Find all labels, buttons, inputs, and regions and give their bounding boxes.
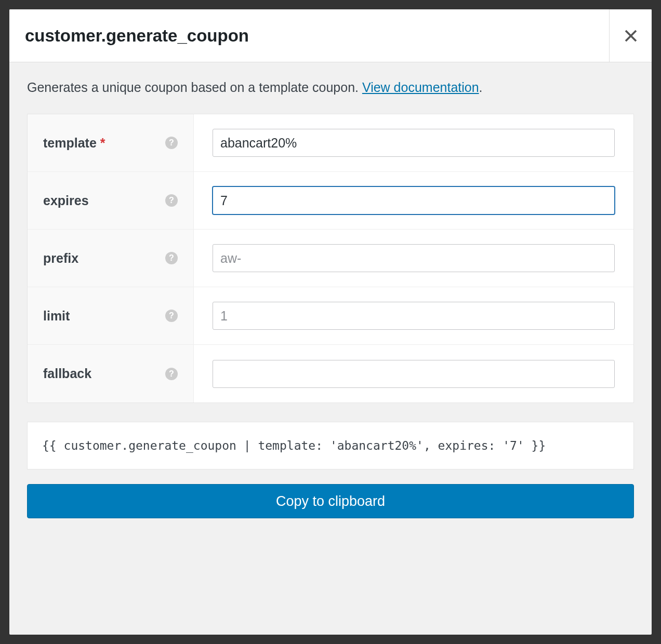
label-fallback: fallback bbox=[43, 366, 91, 381]
row-template: template * ? bbox=[28, 114, 633, 172]
required-indicator: * bbox=[100, 136, 105, 150]
description-period: . bbox=[479, 80, 483, 95]
help-icon[interactable]: ? bbox=[165, 252, 178, 264]
limit-input[interactable] bbox=[213, 302, 615, 330]
row-limit: limit ? bbox=[28, 287, 633, 345]
modal-header: customer.generate_coupon bbox=[9, 9, 652, 62]
input-cell-expires bbox=[194, 172, 633, 229]
label-limit: limit bbox=[43, 308, 70, 324]
description-text: Generates a unique coupon based on a tem… bbox=[27, 80, 634, 95]
input-cell-limit bbox=[194, 287, 633, 344]
help-icon[interactable]: ? bbox=[165, 137, 178, 149]
help-icon[interactable]: ? bbox=[165, 194, 178, 207]
close-button[interactable] bbox=[609, 9, 652, 62]
prefix-input[interactable] bbox=[213, 244, 615, 272]
input-cell-fallback bbox=[194, 345, 633, 403]
documentation-link[interactable]: View documentation bbox=[362, 80, 479, 95]
label-cell-limit: limit ? bbox=[28, 287, 194, 344]
modal-body: Generates a unique coupon based on a tem… bbox=[9, 62, 652, 635]
help-icon[interactable]: ? bbox=[165, 310, 178, 322]
label-cell-template: template * ? bbox=[28, 114, 194, 171]
modal-dialog: customer.generate_coupon Generates a uni… bbox=[9, 9, 652, 635]
close-icon bbox=[623, 28, 639, 44]
row-fallback: fallback ? bbox=[28, 345, 633, 403]
modal-title: customer.generate_coupon bbox=[25, 26, 249, 46]
label-prefix: prefix bbox=[43, 251, 78, 266]
code-output: {{ customer.generate_coupon | template: … bbox=[27, 422, 634, 469]
expires-input[interactable] bbox=[213, 186, 615, 214]
fallback-input[interactable] bbox=[213, 360, 615, 388]
copy-clipboard-button[interactable]: Copy to clipboard bbox=[27, 484, 634, 518]
form-table: template * ? expires ? bbox=[27, 114, 634, 403]
label-cell-prefix: prefix ? bbox=[28, 230, 194, 287]
label-template: template * bbox=[43, 136, 105, 151]
label-cell-expires: expires ? bbox=[28, 172, 194, 229]
label-cell-fallback: fallback ? bbox=[28, 345, 194, 403]
row-prefix: prefix ? bbox=[28, 230, 633, 287]
input-cell-prefix bbox=[194, 230, 633, 287]
help-icon[interactable]: ? bbox=[165, 368, 178, 380]
row-expires: expires ? bbox=[28, 172, 633, 230]
input-cell-template bbox=[194, 114, 633, 171]
template-input[interactable] bbox=[213, 129, 615, 157]
label-expires: expires bbox=[43, 193, 89, 208]
description-label: Generates a unique coupon based on a tem… bbox=[27, 80, 362, 95]
